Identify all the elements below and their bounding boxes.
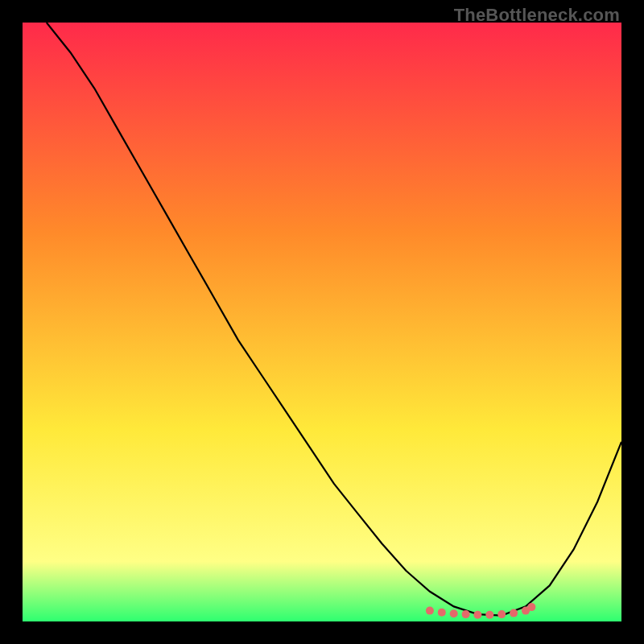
- optimal-marker: [485, 611, 493, 619]
- optimal-marker: [497, 610, 506, 618]
- optimal-marker: [450, 609, 458, 617]
- optimal-marker: [426, 607, 434, 615]
- chart-frame: [23, 23, 621, 621]
- chart-svg: [23, 23, 621, 621]
- optimal-marker: [510, 609, 518, 617]
- watermark-text: TheBottleneck.com: [454, 5, 620, 26]
- optimal-marker: [473, 611, 481, 619]
- gradient-background: [23, 23, 621, 621]
- optimal-marker: [527, 603, 535, 611]
- optimal-marker: [438, 609, 446, 617]
- optimal-marker: [462, 610, 470, 618]
